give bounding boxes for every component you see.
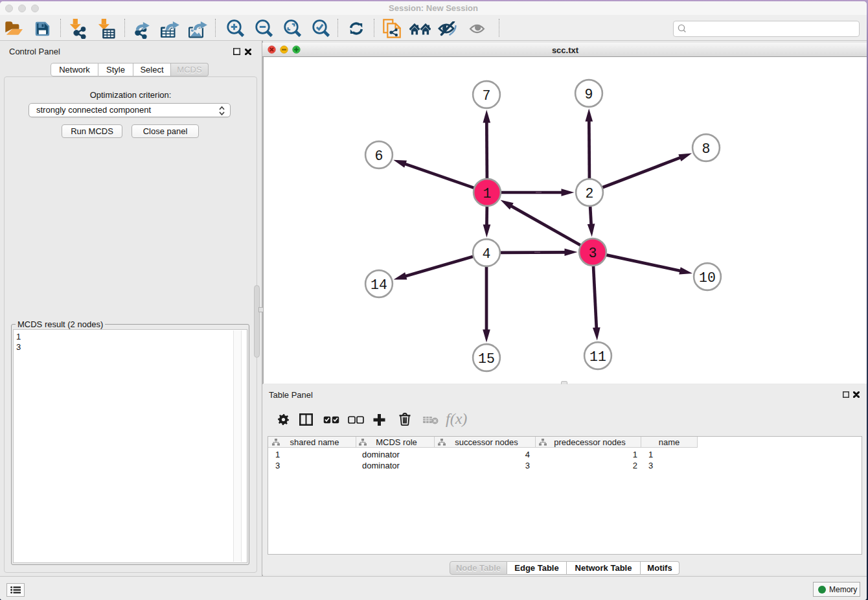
- svg-text:7: 7: [483, 88, 491, 104]
- svg-text:8: 8: [702, 141, 711, 157]
- svg-text:14: 14: [371, 277, 387, 293]
- svg-text:9: 9: [585, 87, 593, 102]
- svg-text:4: 4: [483, 246, 491, 262]
- svg-text:6: 6: [375, 148, 383, 164]
- svg-text:3: 3: [589, 246, 597, 261]
- svg-text:1: 1: [483, 186, 492, 202]
- svg-text:10: 10: [699, 270, 716, 286]
- svg-text:11: 11: [589, 349, 606, 365]
- svg-text:2: 2: [586, 186, 594, 202]
- svg-text:15: 15: [478, 351, 495, 367]
